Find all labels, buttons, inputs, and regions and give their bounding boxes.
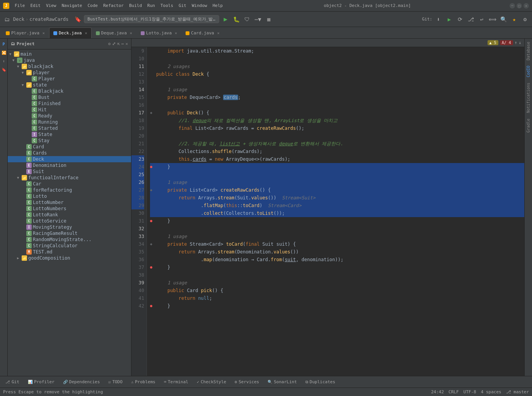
run-button[interactable]: ▶ — [221, 15, 230, 24]
tab-deque-java[interactable]: Deque.java ✕ — [92, 27, 136, 38]
indent-setting[interactable]: 4 spaces — [481, 389, 501, 394]
translate-button[interactable]: ⟺ — [488, 15, 497, 24]
tree-item-ready[interactable]: C Ready — [8, 113, 131, 119]
tree-item-lottoservice[interactable]: C LottoService — [8, 218, 131, 224]
tree-item-deck[interactable]: C Deck — [8, 156, 131, 162]
tree-item-player-folder[interactable]: ▼ 📁 player — [8, 70, 131, 76]
panel-more-icon[interactable]: ⋯ — [121, 41, 124, 46]
tree-item-randommovingstrate[interactable]: C RandomMovingStrate... — [8, 236, 131, 243]
tree-item-lotto[interactable]: C Lotto — [8, 193, 131, 199]
tab-deck-java[interactable]: Deck.java ✕ — [49, 27, 92, 38]
git-push-button[interactable]: ▶ — [445, 15, 454, 24]
git-branch[interactable]: ⎇ master — [506, 389, 529, 394]
close-button[interactable]: ✕ — [523, 3, 529, 8]
tree-item-lottonumber[interactable]: C LottoNumber — [8, 199, 131, 206]
line-ending[interactable]: CRLF — [448, 389, 459, 394]
tree-item-finished[interactable]: C Finished — [8, 100, 131, 107]
tree-item-lottonumbers[interactable]: C LottoNumbers — [8, 206, 131, 212]
tab-close-deck[interactable]: ✕ — [85, 31, 87, 35]
nav-down-icon[interactable]: ↓ — [518, 40, 521, 45]
tree-item-running[interactable]: C Running — [8, 119, 131, 125]
bookmark-tool-icon[interactable]: 🔖 — [0, 66, 8, 73]
menu-build[interactable]: Build — [127, 2, 144, 9]
bottom-tab-duplicates[interactable]: ⧉ Duplicates — [302, 378, 339, 386]
menu-view[interactable]: View — [44, 2, 59, 9]
bottom-tab-sonarlint[interactable]: 🔍 SonarLint — [264, 378, 301, 386]
tab-player-java[interactable]: Player.java ✕ — [2, 27, 49, 38]
tree-item-movingstrategy[interactable]: I MovingStrategy — [8, 224, 131, 230]
tree-item-car[interactable]: C Car — [8, 181, 131, 187]
cursor-position[interactable]: 24:42 — [431, 389, 444, 394]
tree-item-cards[interactable]: C Cards — [8, 150, 131, 156]
method-marker-createrawcards[interactable]: ◆ — [150, 186, 156, 194]
search-button[interactable]: 🔍 — [499, 15, 508, 24]
tree-item-hit[interactable]: C Hit — [8, 107, 131, 113]
bottom-tab-dependencies[interactable]: 🔗 Dependencies — [59, 378, 104, 386]
method-marker-deck-constructor[interactable]: ◆ — [150, 109, 156, 117]
tree-item-card[interactable]: C Card — [8, 144, 131, 150]
tab-close-player[interactable]: ✕ — [43, 31, 45, 35]
bottom-tab-profiler[interactable]: 📊 Profiler — [24, 378, 58, 386]
panel-gear-icon[interactable]: ⚙ — [108, 41, 111, 46]
menu-navigate[interactable]: Navigate — [60, 2, 85, 9]
tree-item-player-class[interactable]: C Player — [8, 76, 131, 82]
menu-git[interactable]: Git — [176, 2, 189, 9]
tree-item-blackjack[interactable]: ▼ 📁 blackjack — [8, 63, 131, 70]
nav-up-icon[interactable]: ↑ — [515, 40, 517, 45]
pullrequest-tool-icon[interactable]: ⬆ — [0, 57, 8, 65]
bottom-tab-terminal[interactable]: ⌨ Terminal — [160, 378, 192, 386]
menu-window[interactable]: Window — [189, 2, 210, 9]
bookmark-button[interactable]: 🔖 — [73, 15, 82, 24]
right-tool-database[interactable]: Database — [525, 40, 531, 62]
tree-item-forrefactoring[interactable]: C forRefactoring — [8, 187, 131, 193]
project-icon-button[interactable]: 🗂 — [2, 15, 12, 24]
stop-button[interactable]: ■ — [264, 15, 273, 24]
right-tool-notifications[interactable]: Notifications — [525, 81, 531, 114]
tree-item-denomination[interactable]: E Denomination — [8, 162, 131, 168]
git-merge-button[interactable]: ⎇ — [466, 15, 476, 24]
tree-item-state-folder[interactable]: ▼ 📁 state — [8, 82, 131, 88]
run-configuration[interactable]: BustTest.bust상태에서_카드1장을_추가로_받을때_예외가_발생한다 — [84, 15, 219, 23]
encoding[interactable]: UTF-8 — [464, 389, 476, 394]
more-run-button[interactable]: ⋯▼ — [253, 15, 263, 24]
bottom-tab-checkstyle[interactable]: ✓ CheckStyle — [193, 378, 230, 386]
tab-lotto-java[interactable]: Lotto.java ✕ — [136, 27, 181, 38]
git-fetch-button[interactable]: ⬇ — [434, 15, 443, 24]
tab-close-card[interactable]: ✕ — [217, 31, 220, 35]
menu-edit[interactable]: Edit — [28, 2, 43, 9]
project-tool-icon[interactable]: P — [0, 40, 8, 48]
git-pull-button[interactable]: ⟳ — [455, 15, 465, 24]
breadcrumb-deck[interactable]: Deck — [13, 17, 24, 22]
bottom-tab-todo[interactable]: ☑ TODO — [104, 378, 126, 386]
tree-item-main[interactable]: ▼ 📁 main — [8, 51, 131, 57]
tab-card-java[interactable]: Card.java ✕ — [181, 27, 224, 38]
menu-tools[interactable]: Tools — [158, 2, 176, 9]
method-marker-tocard[interactable]: ◆ — [150, 240, 156, 248]
panel-collapse-icon[interactable]: ⇱ — [117, 41, 120, 46]
bottom-tab-services[interactable]: ⚙ Services — [231, 378, 263, 386]
panel-close-icon[interactable]: ✕ — [125, 41, 128, 46]
commit-tool-icon[interactable]: 🔀 — [0, 49, 8, 56]
menu-file[interactable]: File — [12, 2, 27, 9]
window-controls[interactable]: ─ □ ✕ — [510, 3, 529, 8]
menu-refactor[interactable]: Refactor — [101, 2, 126, 9]
breadcrumb-method[interactable]: createRawCards — [29, 17, 68, 22]
right-tool-codio[interactable]: CodIO — [525, 64, 531, 79]
settings-button[interactable]: ⚙ — [520, 15, 530, 24]
tree-item-java[interactable]: ▼ ☕ java — [8, 57, 131, 63]
bottom-tab-problems[interactable]: ⚠ Problems — [127, 378, 159, 386]
maximize-button[interactable]: □ — [517, 3, 522, 8]
right-tool-gradle[interactable]: Gradle — [525, 117, 531, 134]
tree-item-bust[interactable]: C Bust — [8, 94, 131, 100]
tree-item-state-interface[interactable]: I State — [8, 131, 131, 138]
menu-help[interactable]: Help — [210, 2, 225, 9]
coverage-button[interactable]: 🛡 — [242, 15, 252, 24]
menu-run[interactable]: Run — [145, 2, 157, 9]
panel-expand-icon[interactable]: ⤢ — [112, 41, 116, 46]
tree-item-functioalinterface[interactable]: ▼ 📁 functioalInterface — [8, 175, 131, 181]
bottom-tab-git[interactable]: ⎇ Git — [2, 378, 23, 386]
git-revert-button[interactable]: ↩ — [477, 15, 486, 24]
tab-close-lotto[interactable]: ✕ — [175, 31, 177, 35]
tree-item-racinggameresult[interactable]: C RacingGameResult — [8, 230, 131, 236]
tree-item-suit[interactable]: E Suit — [8, 168, 131, 175]
